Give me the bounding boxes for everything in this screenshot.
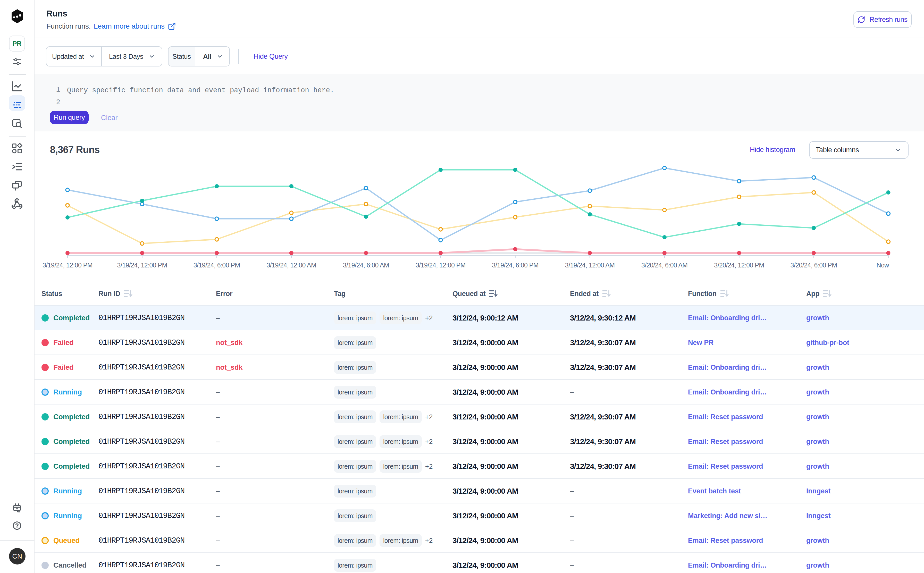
svg-text:3/19/24, 12:00 AM: 3/19/24, 12:00 AM (266, 261, 316, 269)
svg-text:3/20/24, 6:00 AM: 3/20/24, 6:00 AM (641, 261, 688, 269)
svg-text:3/19/24, 12:00 PM: 3/19/24, 12:00 PM (416, 261, 466, 269)
svg-text:Now: Now (876, 261, 889, 269)
svg-text:3/19/24, 6:00 PM: 3/19/24, 6:00 PM (194, 261, 240, 269)
svg-text:3/20/24, 6:00 PM: 3/20/24, 6:00 PM (791, 261, 837, 269)
svg-text:3/19/24, 6:00 PM: 3/19/24, 6:00 PM (492, 261, 539, 269)
svg-text:3/19/24, 12:00 PM: 3/19/24, 12:00 PM (42, 261, 92, 269)
svg-text:3/19/24, 12:00 PM: 3/19/24, 12:00 PM (117, 261, 167, 269)
svg-text:3/19/24, 12:00 AM: 3/19/24, 12:00 AM (565, 261, 615, 269)
svg-text:3/19/24, 6:00 AM: 3/19/24, 6:00 AM (343, 261, 389, 269)
svg-text:3/20/24, 12:00 PM: 3/20/24, 12:00 PM (714, 261, 764, 269)
